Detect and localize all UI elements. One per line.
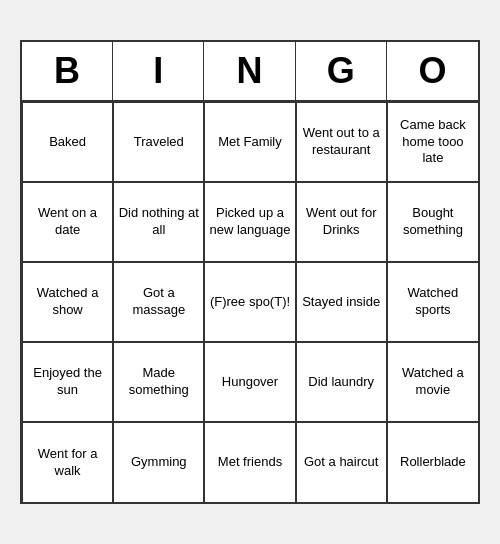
header-letter-n: N	[204, 42, 295, 100]
bingo-cell-12[interactable]: (F)ree spo(T)!	[204, 262, 295, 342]
bingo-cell-1[interactable]: Traveled	[113, 102, 204, 182]
bingo-cell-10[interactable]: Watched a show	[22, 262, 113, 342]
bingo-cell-13[interactable]: Stayed inside	[296, 262, 387, 342]
bingo-cell-19[interactable]: Watched a movie	[387, 342, 478, 422]
bingo-cell-20[interactable]: Went for a walk	[22, 422, 113, 502]
header-letter-i: I	[113, 42, 204, 100]
bingo-cell-5[interactable]: Went on a date	[22, 182, 113, 262]
bingo-header: BINGO	[22, 42, 478, 102]
bingo-cell-18[interactable]: Did laundry	[296, 342, 387, 422]
bingo-card: BINGO BakedTraveledMet FamilyWent out to…	[20, 40, 480, 504]
bingo-cell-6[interactable]: Did nothing at all	[113, 182, 204, 262]
bingo-cell-14[interactable]: Watched sports	[387, 262, 478, 342]
bingo-cell-24[interactable]: Rollerblade	[387, 422, 478, 502]
bingo-cell-17[interactable]: Hungover	[204, 342, 295, 422]
header-letter-b: B	[22, 42, 113, 100]
bingo-cell-4[interactable]: Came back home tooo late	[387, 102, 478, 182]
bingo-cell-2[interactable]: Met Family	[204, 102, 295, 182]
bingo-cell-16[interactable]: Made something	[113, 342, 204, 422]
bingo-grid: BakedTraveledMet FamilyWent out to a res…	[22, 102, 478, 502]
bingo-cell-15[interactable]: Enjoyed the sun	[22, 342, 113, 422]
bingo-cell-9[interactable]: Bought something	[387, 182, 478, 262]
bingo-cell-11[interactable]: Got a massage	[113, 262, 204, 342]
bingo-cell-23[interactable]: Got a haircut	[296, 422, 387, 502]
bingo-cell-22[interactable]: Met friends	[204, 422, 295, 502]
header-letter-g: G	[296, 42, 387, 100]
bingo-cell-21[interactable]: Gymming	[113, 422, 204, 502]
bingo-cell-0[interactable]: Baked	[22, 102, 113, 182]
header-letter-o: O	[387, 42, 478, 100]
bingo-cell-7[interactable]: Picked up a new language	[204, 182, 295, 262]
bingo-cell-3[interactable]: Went out to a restaurant	[296, 102, 387, 182]
bingo-cell-8[interactable]: Went out for Drinks	[296, 182, 387, 262]
